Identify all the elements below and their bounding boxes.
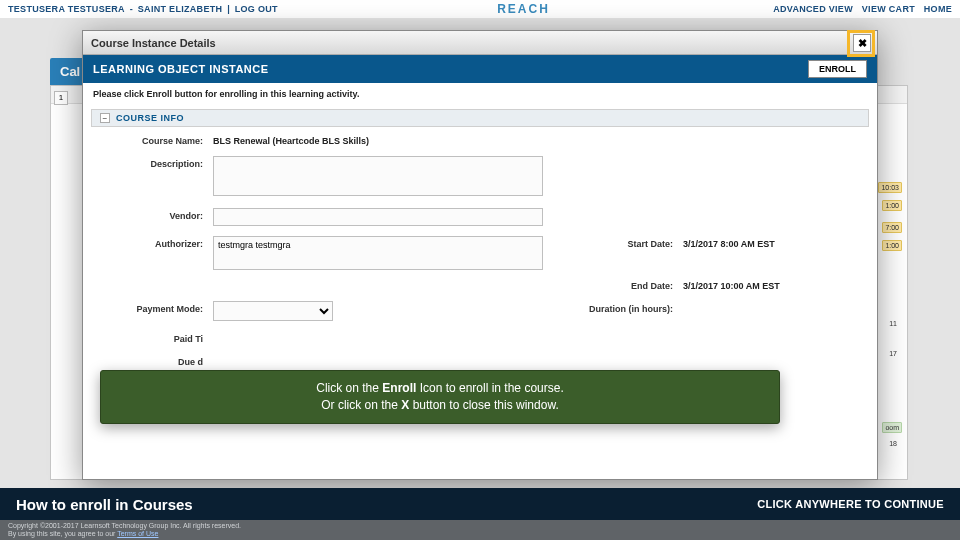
payment-mode-label: Payment Mode: <box>93 301 213 314</box>
logout-link[interactable]: LOG OUT <box>235 4 278 14</box>
paid-label: Paid Ti <box>93 331 213 344</box>
advanced-view-link[interactable]: ADVANCED VIEW <box>773 4 853 14</box>
user-name: TESTUSERA TESTUSERA <box>8 4 125 14</box>
section-title: COURSE INFO <box>116 113 184 123</box>
duration-label: Duration (in hours): <box>583 301 683 314</box>
top-nav: TESTUSERA TESTUSERA - SAINT ELIZABETH | … <box>0 0 960 18</box>
bg-day-17: 17 <box>880 350 900 357</box>
start-date-value: 3/1/2017 8:00 AM EST <box>683 236 775 249</box>
authorizer-label: Authorizer: <box>93 236 213 249</box>
learning-object-header: LEARNING OBJECT INSTANCE ENROLL <box>83 55 877 83</box>
course-name-value: BLS Renewal (Heartcode BLS Skills) <box>213 133 369 146</box>
copyright-footer: Copyright ©2001-2017 Learnsoft Technolog… <box>0 520 960 540</box>
top-nav-right: ADVANCED VIEW VIEW CART HOME <box>767 4 952 14</box>
course-name-label: Course Name: <box>93 133 213 146</box>
bg-day-11: 11 <box>880 320 900 327</box>
end-date-label: End Date: <box>583 278 683 291</box>
tutorial-bottom-bar[interactable]: How to enroll in Courses CLICK ANYWHERE … <box>0 488 960 520</box>
loi-title: LEARNING OBJECT INSTANCE <box>93 63 269 75</box>
home-link[interactable]: HOME <box>924 4 952 14</box>
bg-event-2: 1:00 <box>882 200 902 211</box>
description-label: Description: <box>93 156 213 169</box>
view-cart-link[interactable]: VIEW CART <box>862 4 915 14</box>
calendar-tool-1[interactable]: 1 <box>54 91 68 105</box>
top-nav-left: TESTUSERA TESTUSERA - SAINT ELIZABETH | … <box>8 4 280 14</box>
callout-line-2: Or click on the X button to close this w… <box>321 397 558 414</box>
section-toggle-icon[interactable]: – <box>100 113 110 123</box>
click-to-continue: CLICK ANYWHERE TO CONTINUE <box>757 498 944 510</box>
tutorial-title: How to enroll in Courses <box>16 496 193 513</box>
course-info-section: – COURSE INFO <box>91 109 869 127</box>
bg-event-3: 7:00 <box>882 222 902 233</box>
bg-event-1: 10:03 <box>878 182 902 193</box>
enroll-button[interactable]: ENROLL <box>808 60 867 78</box>
vendor-label: Vendor: <box>93 208 213 221</box>
payment-mode-select[interactable] <box>213 301 333 321</box>
bg-event-room: oom <box>882 422 902 433</box>
modal-title: Course Instance Details <box>91 37 216 49</box>
terms-link[interactable]: Terms of Use <box>117 530 158 537</box>
authorizer-input[interactable]: testmgra testmgra <box>213 236 543 270</box>
description-input[interactable] <box>213 156 543 196</box>
bg-event-4: 1:00 <box>882 240 902 251</box>
modal-close-button[interactable]: ✖ <box>853 34 871 52</box>
enroll-instruction: Please click Enroll button for enrolling… <box>83 83 877 105</box>
bg-day-18: 18 <box>880 440 900 447</box>
vendor-input[interactable] <box>213 208 543 226</box>
brand-logo: REACH <box>497 2 550 16</box>
org-name: SAINT ELIZABETH <box>138 4 223 14</box>
copyright-line-2: By using this site, you agree to our Ter… <box>8 530 952 538</box>
start-date-label: Start Date: <box>583 236 683 249</box>
copyright-line-1: Copyright ©2001-2017 Learnsoft Technolog… <box>8 522 952 530</box>
end-date-value: 3/1/2017 10:00 AM EST <box>683 278 780 291</box>
callout-line-1: Click on the Enroll Icon to enroll in th… <box>316 380 563 397</box>
due-label: Due d <box>93 354 213 367</box>
instruction-callout: Click on the Enroll Icon to enroll in th… <box>100 370 780 424</box>
modal-titlebar: Course Instance Details <box>83 31 877 55</box>
